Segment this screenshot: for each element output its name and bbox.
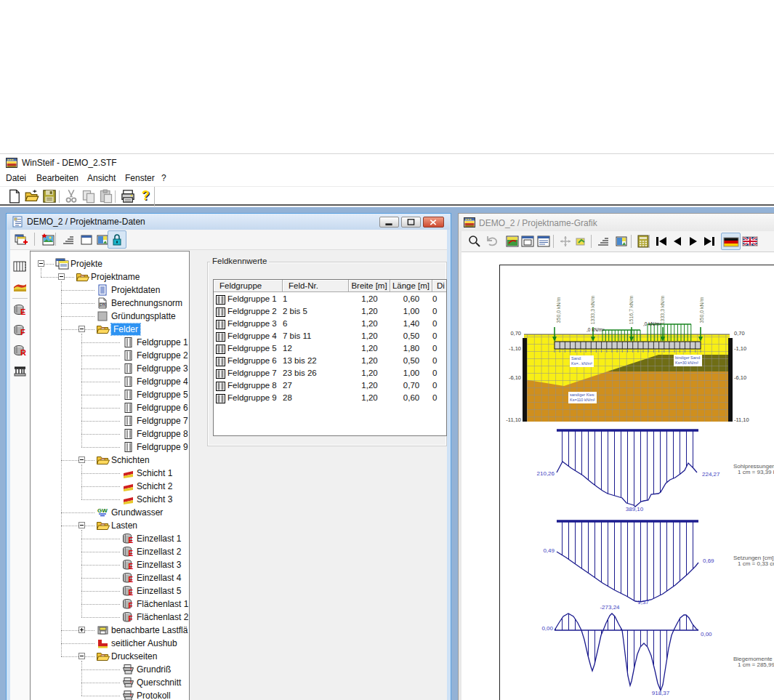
- table-cell[interactable]: 0,50: [390, 330, 432, 342]
- close-button[interactable]: [423, 217, 444, 228]
- table-cell[interactable]: Feldgruppe 7: [227, 367, 283, 379]
- tree-item[interactable]: Einzellast 4: [137, 572, 181, 584]
- maximize-button[interactable]: [401, 217, 421, 228]
- menu-help[interactable]: ?: [161, 173, 166, 183]
- table-cell[interactable]: 1,40: [390, 318, 432, 330]
- project-tree[interactable]: ProjekteProjektnameProjektdatenDINBerech…: [30, 251, 190, 700]
- print-button[interactable]: [121, 189, 135, 204]
- tree-item[interactable]: Feldgruppe 4: [137, 376, 188, 387]
- minimize-button[interactable]: [379, 217, 399, 228]
- tree-item[interactable]: Berechnungsnorm: [111, 297, 182, 309]
- nav-first-button[interactable]: [654, 234, 669, 249]
- window-blank-button[interactable]: [79, 233, 94, 247]
- tree-item[interactable]: benachbarte Lastflä: [111, 624, 188, 636]
- tree-expander[interactable]: [78, 326, 85, 332]
- tree-item[interactable]: Projektdaten: [111, 284, 160, 296]
- calculator-button[interactable]: [636, 234, 650, 249]
- tree-item[interactable]: Projektname: [91, 271, 140, 283]
- data-window-titlebar[interactable]: DEMO_2 / Projektname-Daten: [7, 214, 450, 230]
- table-cell[interactable]: 2 bis 5: [283, 305, 344, 318]
- tree-item[interactable]: Einzellast 3: [137, 559, 181, 571]
- tree-item[interactable]: Schicht 3: [137, 494, 172, 505]
- columns-button[interactable]: [12, 260, 28, 273]
- image-window-button[interactable]: [614, 234, 629, 249]
- load-f-button[interactable]: F: [12, 323, 28, 337]
- table-cell[interactable]: 1,00: [390, 367, 432, 379]
- load-e-button[interactable]: E: [12, 303, 28, 317]
- zoom-area-button[interactable]: [574, 234, 589, 249]
- cut-button[interactable]: [64, 189, 78, 204]
- table-cell[interactable]: 7 bis 11: [283, 330, 344, 342]
- tree-item[interactable]: Felder: [111, 323, 140, 335]
- tree-item[interactable]: Grundwasser: [111, 507, 163, 518]
- table-cell[interactable]: 1,20: [349, 392, 390, 404]
- soil-layers-button[interactable]: [12, 280, 28, 294]
- table-cell[interactable]: 6: [283, 318, 344, 330]
- tree-expander[interactable]: [78, 522, 85, 528]
- tree-item[interactable]: Feldgruppe 5: [137, 389, 188, 401]
- menu-bearbeiten[interactable]: Bearbeiten: [36, 173, 78, 183]
- table-cell[interactable]: 1,20: [349, 305, 390, 318]
- undo-button[interactable]: [485, 234, 500, 249]
- table-cell[interactable]: Feldgruppe 6: [227, 355, 283, 367]
- table-cell[interactable]: 1,20: [349, 355, 390, 367]
- table-cell[interactable]: 1,20: [349, 379, 390, 392]
- table-cell[interactable]: 0,50: [390, 355, 432, 367]
- table-cell[interactable]: Feldgruppe 2: [227, 305, 283, 318]
- table-cell[interactable]: 13 bis 22: [283, 355, 344, 367]
- tree-item[interactable]: Feldgruppe 9: [137, 441, 188, 453]
- app-titlebar[interactable]: WinSteif - DEMO_2.STF: [0, 155, 774, 171]
- table-cell[interactable]: 0,60: [390, 293, 432, 305]
- zoom-button[interactable]: [467, 234, 482, 249]
- tree-item[interactable]: seitlicher Aushub: [111, 637, 177, 649]
- tree-item[interactable]: Feldgruppe 2: [137, 350, 188, 361]
- table-cell[interactable]: 27: [283, 379, 344, 392]
- lock-button-pressed[interactable]: [108, 230, 126, 249]
- table-cell[interactable]: 0: [432, 293, 447, 305]
- tree-item[interactable]: Einzellast 5: [137, 585, 181, 597]
- tree-item[interactable]: Lasten: [111, 520, 137, 531]
- table-cell[interactable]: 0,70: [390, 379, 432, 392]
- tree-item[interactable]: Feldgruppe 3: [137, 363, 188, 374]
- table-cell[interactable]: Feldgruppe 4: [227, 330, 283, 342]
- table-cell[interactable]: 0: [432, 392, 447, 404]
- tree-expander[interactable]: [78, 653, 85, 659]
- menu-fenster[interactable]: Fenster: [125, 173, 155, 183]
- tree-item[interactable]: Flächenlast 2: [137, 611, 188, 623]
- table-cell[interactable]: 1,20: [349, 318, 390, 330]
- menu-ansicht[interactable]: Ansicht: [87, 173, 116, 183]
- tree-item[interactable]: Feldgruppe 7: [137, 415, 188, 427]
- column-header[interactable]: Di: [432, 280, 447, 292]
- table-cell[interactable]: Feldgruppe 3: [227, 318, 283, 330]
- open-folder-button[interactable]: [25, 189, 39, 204]
- view-graphic-button[interactable]: [505, 234, 520, 249]
- tree-expander[interactable]: [58, 273, 65, 280]
- flag-german-pressed[interactable]: [721, 233, 741, 250]
- table-cell[interactable]: 1,20: [349, 342, 390, 355]
- column-header[interactable]: Breite [m]: [349, 280, 390, 292]
- tree-expander[interactable]: [78, 456, 85, 463]
- table-cell[interactable]: Feldgruppe 8: [227, 379, 283, 392]
- add-project-button[interactable]: [14, 233, 28, 247]
- tree-item[interactable]: Grundriß: [137, 664, 171, 675]
- table-cell[interactable]: 1,80: [390, 342, 432, 355]
- tree-item[interactable]: Querschnitt: [137, 677, 181, 688]
- table-cell[interactable]: 1,20: [349, 330, 390, 342]
- table-cell[interactable]: 0: [432, 305, 447, 318]
- tree-item[interactable]: Einzellast 2: [137, 546, 181, 558]
- menu-datei[interactable]: Datei: [6, 173, 26, 183]
- table-cell[interactable]: 28: [283, 392, 344, 404]
- view-frame-button[interactable]: [520, 234, 535, 249]
- tree-expander[interactable]: [78, 627, 85, 633]
- table-cell[interactable]: Feldgruppe 9: [227, 392, 283, 404]
- ramp-button[interactable]: [61, 233, 76, 247]
- ramp-button[interactable]: [596, 234, 610, 249]
- new-document-button[interactable]: [7, 189, 22, 204]
- table-cell[interactable]: 1,20: [349, 293, 390, 305]
- tree-item[interactable]: Druckseiten: [111, 651, 157, 662]
- table-cell[interactable]: 1: [283, 293, 344, 305]
- tree-item[interactable]: Gründungsplatte: [111, 310, 176, 322]
- paste-button[interactable]: [99, 189, 113, 204]
- tree-item[interactable]: Feldgruppe 6: [137, 402, 188, 414]
- table-cell[interactable]: 12: [283, 342, 344, 355]
